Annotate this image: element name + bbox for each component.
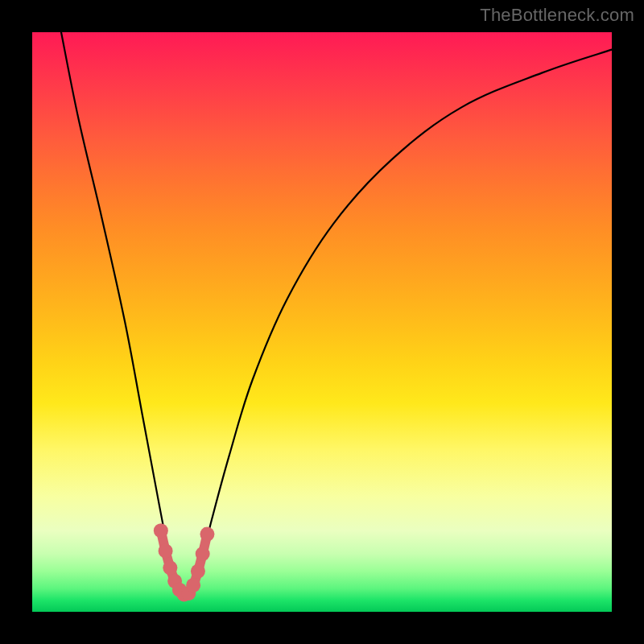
- highlight-dot: [186, 578, 200, 592]
- highlight-dot: [200, 527, 214, 542]
- curve-layer: [32, 32, 612, 612]
- highlight-dot: [163, 560, 177, 575]
- chart-frame: TheBottleneck.com: [0, 0, 644, 644]
- plot-area: [32, 32, 612, 612]
- highlight-dot: [196, 547, 210, 561]
- watermark-label: TheBottleneck.com: [480, 5, 634, 26]
- bottleneck-curve: [61, 32, 612, 598]
- highlight-dot: [159, 543, 173, 558]
- highlight-dot: [154, 523, 168, 538]
- highlight-dot: [191, 564, 205, 579]
